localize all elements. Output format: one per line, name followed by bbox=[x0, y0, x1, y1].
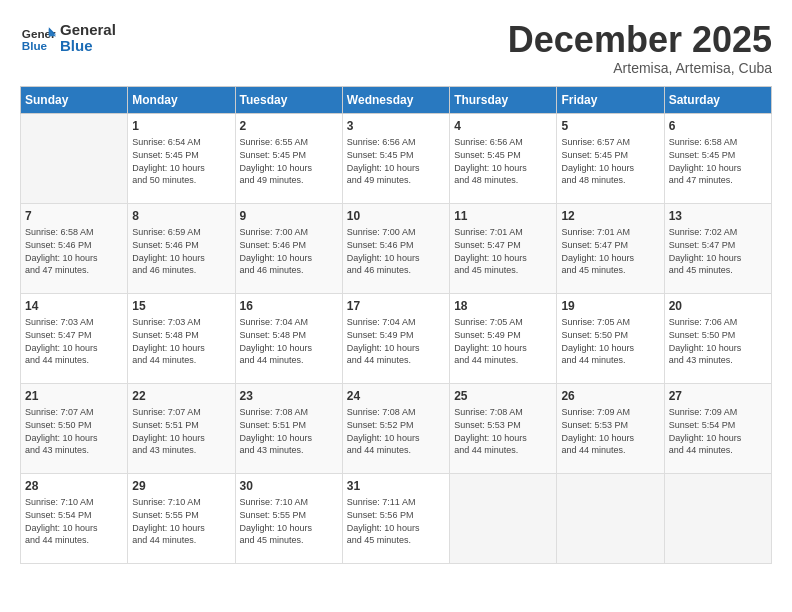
day-number: 25 bbox=[454, 388, 552, 405]
day-info: Sunrise: 6:55 AM Sunset: 5:45 PM Dayligh… bbox=[240, 136, 338, 186]
day-number: 24 bbox=[347, 388, 445, 405]
day-number: 13 bbox=[669, 208, 767, 225]
day-number: 1 bbox=[132, 118, 230, 135]
logo: General Blue General Blue bbox=[20, 20, 116, 56]
calendar-cell: 15Sunrise: 7:03 AM Sunset: 5:48 PM Dayli… bbox=[128, 293, 235, 383]
calendar-cell: 27Sunrise: 7:09 AM Sunset: 5:54 PM Dayli… bbox=[664, 383, 771, 473]
header-wednesday: Wednesday bbox=[342, 86, 449, 113]
day-number: 7 bbox=[25, 208, 123, 225]
day-info: Sunrise: 7:05 AM Sunset: 5:49 PM Dayligh… bbox=[454, 316, 552, 366]
day-info: Sunrise: 7:08 AM Sunset: 5:52 PM Dayligh… bbox=[347, 406, 445, 456]
day-info: Sunrise: 7:08 AM Sunset: 5:51 PM Dayligh… bbox=[240, 406, 338, 456]
day-info: Sunrise: 6:56 AM Sunset: 5:45 PM Dayligh… bbox=[454, 136, 552, 186]
day-number: 4 bbox=[454, 118, 552, 135]
day-info: Sunrise: 7:04 AM Sunset: 5:49 PM Dayligh… bbox=[347, 316, 445, 366]
calendar-cell: 11Sunrise: 7:01 AM Sunset: 5:47 PM Dayli… bbox=[450, 203, 557, 293]
calendar-cell: 17Sunrise: 7:04 AM Sunset: 5:49 PM Dayli… bbox=[342, 293, 449, 383]
day-number: 19 bbox=[561, 298, 659, 315]
day-number: 30 bbox=[240, 478, 338, 495]
calendar-cell: 9Sunrise: 7:00 AM Sunset: 5:46 PM Daylig… bbox=[235, 203, 342, 293]
calendar-week-row: 1Sunrise: 6:54 AM Sunset: 5:45 PM Daylig… bbox=[21, 113, 772, 203]
calendar-cell bbox=[664, 473, 771, 563]
header-saturday: Saturday bbox=[664, 86, 771, 113]
day-number: 20 bbox=[669, 298, 767, 315]
day-info: Sunrise: 7:08 AM Sunset: 5:53 PM Dayligh… bbox=[454, 406, 552, 456]
day-number: 15 bbox=[132, 298, 230, 315]
calendar-cell: 10Sunrise: 7:00 AM Sunset: 5:46 PM Dayli… bbox=[342, 203, 449, 293]
month-title: December 2025 bbox=[508, 20, 772, 60]
calendar-cell bbox=[557, 473, 664, 563]
calendar-cell: 25Sunrise: 7:08 AM Sunset: 5:53 PM Dayli… bbox=[450, 383, 557, 473]
day-info: Sunrise: 7:10 AM Sunset: 5:55 PM Dayligh… bbox=[132, 496, 230, 546]
day-number: 10 bbox=[347, 208, 445, 225]
location-subtitle: Artemisa, Artemisa, Cuba bbox=[508, 60, 772, 76]
day-info: Sunrise: 6:59 AM Sunset: 5:46 PM Dayligh… bbox=[132, 226, 230, 276]
day-info: Sunrise: 7:03 AM Sunset: 5:48 PM Dayligh… bbox=[132, 316, 230, 366]
calendar-header-row: Sunday Monday Tuesday Wednesday Thursday… bbox=[21, 86, 772, 113]
day-info: Sunrise: 7:09 AM Sunset: 5:54 PM Dayligh… bbox=[669, 406, 767, 456]
day-number: 29 bbox=[132, 478, 230, 495]
calendar-cell: 24Sunrise: 7:08 AM Sunset: 5:52 PM Dayli… bbox=[342, 383, 449, 473]
calendar-cell: 14Sunrise: 7:03 AM Sunset: 5:47 PM Dayli… bbox=[21, 293, 128, 383]
page-header: General Blue General Blue December 2025 … bbox=[20, 20, 772, 76]
day-number: 26 bbox=[561, 388, 659, 405]
day-info: Sunrise: 7:02 AM Sunset: 5:47 PM Dayligh… bbox=[669, 226, 767, 276]
calendar-cell: 5Sunrise: 6:57 AM Sunset: 5:45 PM Daylig… bbox=[557, 113, 664, 203]
day-number: 11 bbox=[454, 208, 552, 225]
day-info: Sunrise: 7:07 AM Sunset: 5:51 PM Dayligh… bbox=[132, 406, 230, 456]
day-number: 14 bbox=[25, 298, 123, 315]
calendar-cell: 13Sunrise: 7:02 AM Sunset: 5:47 PM Dayli… bbox=[664, 203, 771, 293]
day-info: Sunrise: 7:09 AM Sunset: 5:53 PM Dayligh… bbox=[561, 406, 659, 456]
day-number: 12 bbox=[561, 208, 659, 225]
day-info: Sunrise: 7:07 AM Sunset: 5:50 PM Dayligh… bbox=[25, 406, 123, 456]
calendar-week-row: 28Sunrise: 7:10 AM Sunset: 5:54 PM Dayli… bbox=[21, 473, 772, 563]
day-info: Sunrise: 7:06 AM Sunset: 5:50 PM Dayligh… bbox=[669, 316, 767, 366]
calendar-cell: 29Sunrise: 7:10 AM Sunset: 5:55 PM Dayli… bbox=[128, 473, 235, 563]
day-number: 9 bbox=[240, 208, 338, 225]
day-info: Sunrise: 7:01 AM Sunset: 5:47 PM Dayligh… bbox=[454, 226, 552, 276]
day-info: Sunrise: 7:10 AM Sunset: 5:55 PM Dayligh… bbox=[240, 496, 338, 546]
day-info: Sunrise: 6:58 AM Sunset: 5:45 PM Dayligh… bbox=[669, 136, 767, 186]
header-tuesday: Tuesday bbox=[235, 86, 342, 113]
calendar-cell: 2Sunrise: 6:55 AM Sunset: 5:45 PM Daylig… bbox=[235, 113, 342, 203]
day-info: Sunrise: 7:11 AM Sunset: 5:56 PM Dayligh… bbox=[347, 496, 445, 546]
day-info: Sunrise: 7:03 AM Sunset: 5:47 PM Dayligh… bbox=[25, 316, 123, 366]
calendar-cell: 26Sunrise: 7:09 AM Sunset: 5:53 PM Dayli… bbox=[557, 383, 664, 473]
day-number: 3 bbox=[347, 118, 445, 135]
calendar-cell: 4Sunrise: 6:56 AM Sunset: 5:45 PM Daylig… bbox=[450, 113, 557, 203]
title-section: December 2025 Artemisa, Artemisa, Cuba bbox=[508, 20, 772, 76]
day-info: Sunrise: 6:57 AM Sunset: 5:45 PM Dayligh… bbox=[561, 136, 659, 186]
calendar-cell: 6Sunrise: 6:58 AM Sunset: 5:45 PM Daylig… bbox=[664, 113, 771, 203]
day-number: 6 bbox=[669, 118, 767, 135]
day-info: Sunrise: 6:54 AM Sunset: 5:45 PM Dayligh… bbox=[132, 136, 230, 186]
calendar-cell: 31Sunrise: 7:11 AM Sunset: 5:56 PM Dayli… bbox=[342, 473, 449, 563]
header-friday: Friday bbox=[557, 86, 664, 113]
header-thursday: Thursday bbox=[450, 86, 557, 113]
day-number: 21 bbox=[25, 388, 123, 405]
calendar-cell: 20Sunrise: 7:06 AM Sunset: 5:50 PM Dayli… bbox=[664, 293, 771, 383]
day-info: Sunrise: 7:05 AM Sunset: 5:50 PM Dayligh… bbox=[561, 316, 659, 366]
calendar-cell: 8Sunrise: 6:59 AM Sunset: 5:46 PM Daylig… bbox=[128, 203, 235, 293]
svg-text:Blue: Blue bbox=[22, 39, 48, 52]
day-number: 28 bbox=[25, 478, 123, 495]
logo-general: General bbox=[60, 22, 116, 39]
day-info: Sunrise: 6:56 AM Sunset: 5:45 PM Dayligh… bbox=[347, 136, 445, 186]
day-number: 2 bbox=[240, 118, 338, 135]
header-monday: Monday bbox=[128, 86, 235, 113]
calendar-cell: 30Sunrise: 7:10 AM Sunset: 5:55 PM Dayli… bbox=[235, 473, 342, 563]
calendar-cell bbox=[450, 473, 557, 563]
day-number: 5 bbox=[561, 118, 659, 135]
header-sunday: Sunday bbox=[21, 86, 128, 113]
logo-blue: Blue bbox=[60, 38, 116, 55]
logo-icon: General Blue bbox=[20, 20, 56, 56]
day-info: Sunrise: 7:00 AM Sunset: 5:46 PM Dayligh… bbox=[240, 226, 338, 276]
day-info: Sunrise: 7:01 AM Sunset: 5:47 PM Dayligh… bbox=[561, 226, 659, 276]
calendar-week-row: 14Sunrise: 7:03 AM Sunset: 5:47 PM Dayli… bbox=[21, 293, 772, 383]
day-number: 27 bbox=[669, 388, 767, 405]
calendar-cell: 12Sunrise: 7:01 AM Sunset: 5:47 PM Dayli… bbox=[557, 203, 664, 293]
calendar-cell: 1Sunrise: 6:54 AM Sunset: 5:45 PM Daylig… bbox=[128, 113, 235, 203]
day-info: Sunrise: 6:58 AM Sunset: 5:46 PM Dayligh… bbox=[25, 226, 123, 276]
calendar-cell: 18Sunrise: 7:05 AM Sunset: 5:49 PM Dayli… bbox=[450, 293, 557, 383]
calendar-week-row: 7Sunrise: 6:58 AM Sunset: 5:46 PM Daylig… bbox=[21, 203, 772, 293]
day-info: Sunrise: 7:04 AM Sunset: 5:48 PM Dayligh… bbox=[240, 316, 338, 366]
